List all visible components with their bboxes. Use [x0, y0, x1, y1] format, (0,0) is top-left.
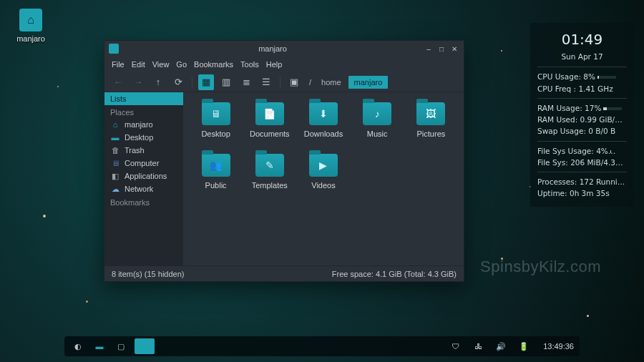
- status-items: 8 item(s) (15 hidden): [112, 270, 185, 278]
- apps-icon: ◧: [110, 172, 120, 180]
- nav-up-button[interactable]: ↑: [150, 74, 166, 90]
- status-free-space: Free space: 4.1 GiB (Total: 4.3 GiB): [332, 270, 457, 278]
- menu-edit[interactable]: Edit: [132, 60, 145, 69]
- folder-label: Downloads: [298, 129, 348, 138]
- conky-cpu-freq: CPU Freq : 1.41 GHz: [537, 83, 627, 94]
- breadcrumb-root[interactable]: /: [306, 78, 314, 87]
- folder-downloads[interactable]: ⬇Downloads: [298, 102, 348, 151]
- breadcrumb-home[interactable]: home: [318, 78, 344, 87]
- conky-time: 01:49: [537, 29, 627, 51]
- conky-fs-used: File Sys: 206 MiB/4.33 GiB: [537, 157, 627, 168]
- folder-label: Music: [352, 129, 403, 138]
- toolbar: ← → ↑ ⟳ ▦ ▥ ≣ ☰ ▣ / home manjaro: [104, 72, 464, 92]
- breadcrumb-current[interactable]: manjaro: [348, 76, 389, 89]
- folder-grid: 🖥Desktop 📄Documents ⬇Downloads ♪Music 🖼P…: [183, 92, 464, 265]
- conky-ram-used: RAM Used: 0.99 GiB/5.78: [537, 114, 627, 125]
- folder-music[interactable]: ♪Music: [352, 102, 403, 151]
- folder-label: Public: [190, 181, 241, 190]
- close-button[interactable]: ✕: [449, 44, 459, 54]
- separator: [280, 77, 280, 88]
- desktop-icon: 🖥: [202, 102, 230, 125]
- sidebar-item-label: Trash: [125, 146, 145, 155]
- nav-back-button[interactable]: ←: [110, 74, 126, 90]
- folder-icon: ▬: [110, 133, 120, 142]
- view-icons-button[interactable]: ▦: [198, 74, 214, 90]
- documents-icon: 📄: [255, 102, 284, 125]
- sidebar-item-applications[interactable]: ◧Applications: [104, 170, 183, 182]
- downloads-icon: ⬇: [309, 102, 338, 125]
- trash-icon: 🗑: [110, 146, 120, 155]
- conky-fs-usage: File Sys Usage: 4%: [537, 145, 627, 157]
- sidebar-item-desktop[interactable]: ▬Desktop: [104, 131, 183, 144]
- folder-desktop[interactable]: 🖥Desktop: [190, 102, 241, 151]
- sidebar: Lists Places ⌂manjaro ▬Desktop 🗑Trash 🖥C…: [104, 92, 183, 265]
- sidebar-item-network[interactable]: ☁Network: [104, 182, 183, 195]
- computer-icon: 🖥: [110, 159, 120, 167]
- home-icon: ⌂: [19, 9, 42, 31]
- folder-videos[interactable]: ▶Videos: [298, 154, 348, 202]
- menu-go[interactable]: Go: [176, 60, 187, 69]
- system-tray: 🛡 🖧 🔊 🔋 13:49:36: [447, 338, 574, 354]
- sidebar-group-lists[interactable]: Lists: [104, 92, 183, 105]
- sidebar-header-bookmarks: Bookmarks: [104, 195, 183, 208]
- sidebar-item-label: Desktop: [125, 133, 153, 142]
- tray-shield-icon[interactable]: 🛡: [447, 338, 463, 354]
- folder-public[interactable]: 👥Public: [190, 154, 241, 202]
- sidebar-item-computer[interactable]: 🖥Computer: [104, 157, 183, 170]
- menubar: File Edit View Go Bookmarks Tools Help: [104, 57, 464, 72]
- videos-icon: ▶: [309, 154, 338, 177]
- window-title: manjaro: [125, 44, 421, 53]
- templates-icon: ✎: [255, 154, 284, 177]
- folder-label: Pictures: [406, 129, 457, 138]
- folder-documents[interactable]: 📄Documents: [244, 102, 295, 151]
- sidebar-item-label: Computer: [125, 159, 159, 167]
- view-list-button[interactable]: ≣: [238, 74, 254, 90]
- folder-templates[interactable]: ✎Templates: [244, 154, 295, 202]
- watermark: SpinsbyKilz.com: [480, 258, 601, 276]
- system-monitor-widget: 01:49 Sun Apr 17 CPU Usage: 8% CPU Freq …: [530, 23, 634, 207]
- menu-file[interactable]: File: [112, 60, 125, 69]
- sidebar-item-label: Applications: [125, 172, 167, 180]
- panel-task-active[interactable]: [135, 338, 155, 354]
- public-icon: 👥: [202, 154, 230, 177]
- file-manager-window: manjaro – □ ✕ File Edit View Go Bookmark…: [104, 40, 464, 282]
- window-app-icon: [109, 44, 119, 54]
- panel-clock[interactable]: 13:49:36: [543, 342, 574, 351]
- folder-label: Desktop: [190, 129, 241, 138]
- view-detail-button[interactable]: ☰: [258, 74, 274, 90]
- menu-help[interactable]: Help: [266, 60, 283, 69]
- panel-terminal-button[interactable]: ▢: [113, 338, 129, 354]
- sidebar-item-label: Network: [125, 185, 153, 193]
- minimize-button[interactable]: –: [424, 44, 434, 54]
- network-icon: ☁: [110, 185, 120, 193]
- menu-bookmarks[interactable]: Bookmarks: [194, 60, 233, 69]
- maximize-button[interactable]: □: [436, 44, 447, 54]
- menu-view[interactable]: View: [152, 60, 170, 69]
- tray-volume-icon[interactable]: 🔊: [493, 338, 509, 354]
- conky-date: Sun Apr 17: [537, 51, 627, 62]
- nav-forward-button[interactable]: →: [130, 74, 146, 90]
- conky-ram-usage: RAM Usage: 17%: [537, 102, 627, 114]
- folder-label: Templates: [244, 181, 295, 190]
- sidebar-header-places: Places: [104, 105, 183, 118]
- task-panel: ◐ ▬ ▢ 🛡 🖧 🔊 🔋 13:49:36: [64, 336, 580, 356]
- titlebar[interactable]: manjaro – □ ✕: [104, 41, 464, 57]
- folder-label: Videos: [298, 181, 348, 190]
- sidebar-item-trash[interactable]: 🗑Trash: [104, 144, 183, 157]
- breadcrumb-root-icon[interactable]: ▣: [286, 74, 302, 90]
- statusbar: 8 item(s) (15 hidden) Free space: 4.1 Gi…: [104, 265, 464, 281]
- separator: [192, 77, 192, 88]
- tray-battery-icon[interactable]: 🔋: [516, 338, 532, 354]
- desktop-icon-home[interactable]: ⌂ manjaro: [13, 9, 49, 43]
- view-thumb-button[interactable]: ▥: [218, 74, 234, 90]
- music-icon: ♪: [363, 102, 391, 125]
- folder-pictures[interactable]: 🖼Pictures: [406, 102, 457, 151]
- sidebar-item-manjaro[interactable]: ⌂manjaro: [104, 118, 183, 131]
- desktop-icon-label: manjaro: [13, 34, 49, 43]
- reload-button[interactable]: ⟳: [170, 74, 186, 90]
- panel-menu-button[interactable]: ◐: [70, 338, 86, 354]
- tray-network-icon[interactable]: 🖧: [470, 338, 486, 354]
- menu-tools[interactable]: Tools: [240, 60, 259, 69]
- conky-swap: Swap Usage: 0 B/0 B: [537, 125, 627, 137]
- panel-filemanager-button[interactable]: ▬: [92, 338, 107, 354]
